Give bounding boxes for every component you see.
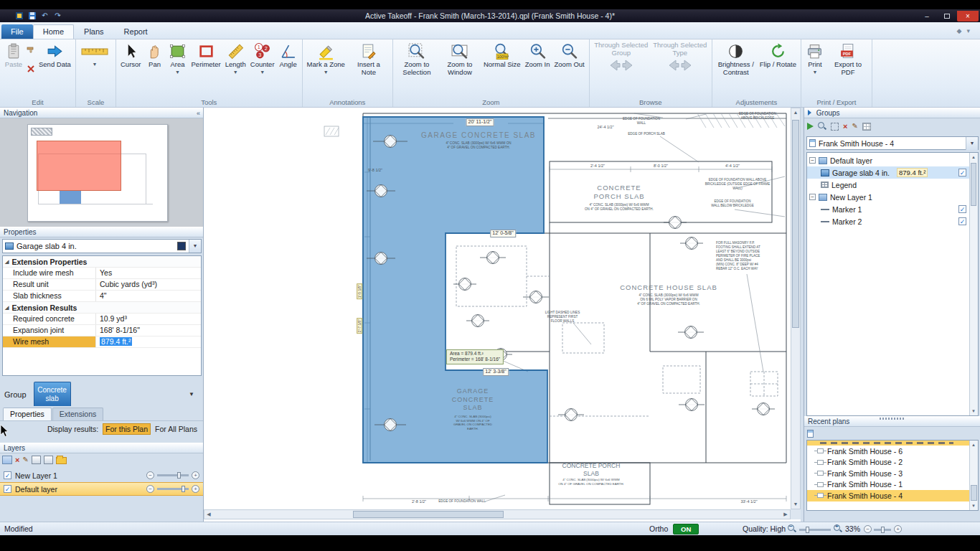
section-extension-properties[interactable]: ◢Extension Properties: [3, 256, 201, 268]
recent-plan-item[interactable]: Frank Smith House - 1: [807, 479, 978, 491]
search-icon[interactable]: [818, 122, 826, 131]
add-layer-icon[interactable]: [2, 456, 12, 464]
opacity-minus-icon[interactable]: −: [146, 471, 154, 479]
tree-row-garage-slab[interactable]: Garage slab 4 in. 879.4 ft.² ✓: [807, 166, 978, 179]
selected-value[interactable]: 879.4 ft.²: [100, 337, 132, 346]
recent-plan-item[interactable]: Frank Smith House - 6: [807, 446, 978, 457]
counter-tool-button[interactable]: 123 Counter ▼: [248, 40, 277, 98]
recent-plan-item[interactable]: Frank Smith House - 2: [807, 457, 978, 468]
export-pdf-button[interactable]: PDF Export to PDF: [826, 40, 870, 98]
merge-layer-icon[interactable]: [32, 456, 41, 464]
group-dropdown-icon[interactable]: ▼: [189, 391, 194, 397]
section-extension-results[interactable]: ◢Extension Results: [3, 302, 201, 314]
brightness-contrast-button[interactable]: Brightness / Contrast: [715, 40, 758, 98]
mark-zone-button[interactable]: Mark a Zone ▼: [305, 40, 347, 98]
paste-button[interactable]: Paste: [2, 40, 25, 98]
chevron-down-icon[interactable]: ▼: [175, 70, 180, 75]
layer-visibility-checkbox[interactable]: ✓: [4, 485, 11, 493]
scrollbar-thumb[interactable]: [353, 511, 504, 518]
scroll-right-icon[interactable]: ▶: [781, 510, 790, 519]
tab-properties[interactable]: Properties: [3, 408, 52, 420]
for-all-plans-toggle[interactable]: For All Plans: [155, 425, 197, 433]
zoom-out-icon[interactable]: −: [788, 524, 796, 533]
quick-style-icon[interactable]: ◆: [957, 27, 962, 34]
print-button[interactable]: Print ▼: [804, 40, 826, 98]
scroll-left-icon[interactable]: ◀: [204, 510, 213, 519]
dimension-annotation[interactable]: 20' 11-1/2": [466, 118, 494, 126]
takeoff-item-selector[interactable]: Garage slab 4 in. ▼: [2, 239, 202, 253]
format-painter-icon[interactable]: [27, 44, 35, 57]
flip-rotate-button[interactable]: Flip / Rotate: [758, 40, 798, 98]
scroll-up-icon[interactable]: ▲: [969, 441, 978, 449]
scrollbar-thumb[interactable]: [971, 485, 977, 501]
tree-row-marker-2[interactable]: Marker 2 ✓: [807, 215, 978, 227]
chevron-down-icon[interactable]: ▼: [260, 70, 265, 75]
opacity-slider[interactable]: [157, 474, 189, 476]
tab-plans[interactable]: Plans: [74, 24, 114, 39]
tree-row-new-layer-1[interactable]: − New Layer 1: [807, 191, 978, 203]
rename-layer-icon[interactable]: ✎: [22, 456, 28, 464]
chevron-down-icon[interactable]: ▼: [233, 70, 238, 75]
opacity-slider[interactable]: [157, 488, 189, 490]
delete-layer-icon[interactable]: ×: [15, 456, 19, 464]
recent-plan-item-selected[interactable]: Frank Smith House - 4: [807, 490, 978, 501]
scroll-down-icon[interactable]: ▼: [969, 407, 978, 415]
layer-folder-icon[interactable]: [56, 457, 67, 464]
property-row[interactable]: Expansion joint168' 8-1/16": [3, 325, 201, 336]
recent-plan-partial-row[interactable]: [807, 441, 978, 446]
zoom-in-button[interactable]: Zoom In: [523, 40, 552, 98]
plus-icon[interactable]: +: [894, 525, 902, 533]
plan-selector-combo[interactable]: Frank Smith House - 4 ▼: [806, 136, 979, 150]
collapse-panel-icon[interactable]: «: [197, 108, 200, 118]
tree-row-legend[interactable]: Legend: [807, 179, 978, 191]
chevron-down-icon[interactable]: ▾: [966, 27, 970, 34]
canvas-vertical-scrollbar[interactable]: ▲ ▼: [791, 108, 801, 509]
send-data-button[interactable]: Send Data: [37, 40, 73, 98]
plan-thumbnail[interactable]: [27, 124, 168, 222]
maximize-button[interactable]: [937, 11, 957, 22]
visibility-checkbox[interactable]: ✓: [958, 205, 966, 213]
undo-icon[interactable]: ↶: [40, 11, 50, 20]
tree-row-default-layer[interactable]: − Default layer: [807, 154, 978, 166]
chevron-down-icon[interactable]: ▼: [324, 70, 329, 75]
area-tool-button[interactable]: Area ▼: [166, 40, 189, 98]
layer-row-default-layer[interactable]: ✓ Default layer − +: [0, 482, 203, 496]
zoom-slider[interactable]: [799, 529, 831, 531]
close-button[interactable]: ×: [957, 11, 979, 22]
scroll-up-icon[interactable]: ▲: [791, 108, 800, 117]
zoom-to-selection-button[interactable]: Zoom to Selection: [395, 40, 438, 98]
tree-scrollbar[interactable]: ▲ ▼: [969, 153, 978, 415]
secondary-slider[interactable]: [874, 529, 891, 531]
scroll-down-icon[interactable]: ▼: [969, 501, 978, 510]
perimeter-tool-button[interactable]: Perimeter: [189, 40, 223, 98]
ortho-toggle[interactable]: ON: [673, 524, 699, 534]
scrollbar-thumb[interactable]: [792, 120, 799, 328]
recent-plans-scrollbar[interactable]: ▲ ▼: [969, 441, 978, 510]
scroll-down-icon[interactable]: ▼: [791, 500, 800, 509]
visibility-checkbox[interactable]: ✓: [958, 169, 966, 176]
normal-size-button[interactable]: 100% Normal Size: [481, 40, 523, 98]
layer-visibility-checkbox[interactable]: ✓: [4, 471, 11, 479]
opacity-plus-icon[interactable]: +: [192, 485, 199, 493]
length-tool-button[interactable]: Length ▼: [223, 40, 248, 98]
property-row[interactable]: Slab thickness4": [3, 291, 201, 302]
zoom-out-button[interactable]: Zoom Out: [552, 40, 587, 98]
color-swatch[interactable]: [177, 242, 186, 250]
redo-icon[interactable]: ↷: [53, 11, 62, 20]
property-row[interactable]: Include wire meshYes: [3, 268, 201, 279]
scroll-up-icon[interactable]: ▲: [969, 153, 978, 161]
tree-row-marker-1[interactable]: Marker 1 ✓: [807, 203, 978, 215]
browse-type-button[interactable]: Through Selected Type: [651, 40, 710, 98]
minimize-button[interactable]: –: [917, 11, 937, 22]
insert-note-button[interactable]: Insert a Note: [347, 40, 390, 98]
canvas-horizontal-scrollbar[interactable]: ◀ ▶: [204, 509, 791, 519]
area-callout[interactable]: Area = 879.4 ft.² Perimeter = 168' 8-1/1…: [446, 349, 504, 364]
save-icon[interactable]: [27, 11, 37, 20]
tab-file[interactable]: File: [1, 24, 33, 39]
minus-icon[interactable]: −: [864, 525, 872, 533]
open-plan-icon[interactable]: [807, 430, 814, 438]
opacity-plus-icon[interactable]: +: [192, 471, 199, 479]
report-table-icon[interactable]: [862, 123, 871, 131]
dropdown-arrow-icon[interactable]: ▼: [189, 240, 201, 253]
delete-icon[interactable]: [27, 63, 35, 76]
